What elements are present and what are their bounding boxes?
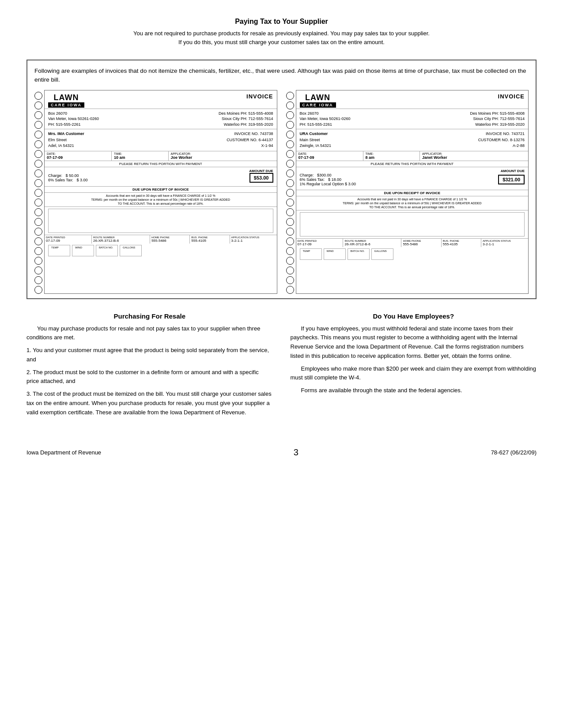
inv1-terms: Accounts that are not paid in 30 days wi… xyxy=(45,193,277,207)
inv2-footer-row: DATE PRINTED 07-17-09 ROUTE NUMBER 26-XR… xyxy=(296,238,529,247)
circle xyxy=(34,237,42,245)
circle xyxy=(34,247,42,255)
circle xyxy=(34,218,42,226)
inv1-amount-due-box: $53.00 xyxy=(249,173,273,183)
circle-col-2 xyxy=(286,90,294,294)
circle xyxy=(286,266,294,274)
circle xyxy=(34,160,42,168)
inv2-amount-due-box: $321.00 xyxy=(498,175,525,184)
invoice-card-1: LAWN CARE IOWA INVOICE Box 26070 Van Met… xyxy=(44,90,277,294)
inv1-charges: AMOUNT DUE Charge: $ 50.00 6% Sales Tax:… xyxy=(45,167,277,184)
circle xyxy=(286,208,294,216)
inv2-terms: Accounts that are not paid in 30 days wi… xyxy=(296,196,529,210)
circle xyxy=(286,228,294,236)
circle xyxy=(286,257,294,265)
inv2-due-notice: DUE UPON RECEIPT OF INVOICE xyxy=(296,190,529,196)
page-number: 3 xyxy=(294,447,299,458)
circle xyxy=(286,276,294,284)
purchasing-body: You may purchase products for resale and… xyxy=(26,324,273,417)
page-title: Paying Tax to Your Supplier xyxy=(26,18,537,26)
inv2-date-row: DATE: 07-17-09 TIME: 8 am APPLICATOR: Ja… xyxy=(296,151,529,161)
intro-text: You are not required to purchase product… xyxy=(26,29,537,46)
circle xyxy=(286,169,294,177)
inv2-company: LAWN CARE IOWA xyxy=(300,93,336,108)
circle xyxy=(286,160,294,168)
circle xyxy=(34,257,42,265)
circle-col-1 xyxy=(34,90,42,294)
inv2-address: Box 26070 Van Meter, Iowa 50261-0260 PH:… xyxy=(296,109,529,130)
employees-body: If you have employees, you must withhold… xyxy=(291,324,537,396)
footer-left: Iowa Department of Revenue xyxy=(26,449,101,456)
inv2-signature-box xyxy=(300,212,525,236)
circle xyxy=(34,286,42,294)
circle xyxy=(286,286,294,294)
purchasing-title: Purchasing For Resale xyxy=(26,312,273,320)
inv1-date-row: DATE: 07-17-09 TIME: 10 am APPLICATOR: J… xyxy=(45,151,277,161)
inv1-weather-row: TEMP WIND BATCH NO. GALLONS xyxy=(45,244,277,258)
circle xyxy=(286,111,294,119)
inv1-footer-row: DATE PRINTED 07-17-09 ROUTE NUMBER 26-XR… xyxy=(45,235,277,244)
circle xyxy=(34,189,42,197)
inv1-customer: Mrs. IMA Customer Elm Street Adel, IA 54… xyxy=(45,129,277,151)
footer-right: 78-627 (06/22/09) xyxy=(491,449,537,456)
example-box: Following are examples of invoices that … xyxy=(26,60,537,299)
circle xyxy=(286,247,294,255)
invoice-1-wrapper: LAWN CARE IOWA INVOICE Box 26070 Van Met… xyxy=(34,90,277,294)
circle xyxy=(286,121,294,129)
inv2-charges: AMOUNT DUE Charge: $300.00 6% Sales Tax:… xyxy=(296,167,529,188)
circle xyxy=(286,92,294,100)
circle xyxy=(34,199,42,206)
circle xyxy=(34,169,42,177)
circle xyxy=(34,179,42,187)
circle xyxy=(34,208,42,216)
circle xyxy=(34,131,42,139)
employees-section: Do You Have Employees? If you have emplo… xyxy=(291,312,537,421)
bottom-sections: Purchasing For Resale You may purchase p… xyxy=(26,312,537,421)
inv1-due-notice: DUE UPON RECEIPT OF INVOICE xyxy=(45,186,277,193)
purchasing-section: Purchasing For Resale You may purchase p… xyxy=(26,312,273,421)
inv1-invoice-label: INVOICE xyxy=(246,93,273,100)
employees-title: Do You Have Employees? xyxy=(291,312,537,320)
circle xyxy=(286,150,294,158)
circle xyxy=(286,101,294,109)
inv2-customer: URA Customer Main Street Zwingle, IA 543… xyxy=(296,129,529,151)
circle xyxy=(286,218,294,226)
circle xyxy=(34,140,42,148)
invoice-card-2: LAWN CARE IOWA INVOICE Box 26070 Van Met… xyxy=(296,90,529,294)
circle xyxy=(34,101,42,109)
invoice-2-wrapper: LAWN CARE IOWA INVOICE Box 26070 Van Met… xyxy=(286,90,529,294)
page-footer: Iowa Department of Revenue 3 78-627 (06/… xyxy=(26,447,537,458)
inv2-weather-row: TEMP WIND BATCH NO. GALLONS xyxy=(296,247,529,261)
inv2-invoice-label: INVOICE xyxy=(498,93,525,100)
circle xyxy=(286,189,294,197)
circle xyxy=(34,150,42,158)
circle xyxy=(286,179,294,187)
circle xyxy=(34,266,42,274)
circle xyxy=(286,131,294,139)
inv1-company: LAWN CARE IOWA xyxy=(48,93,84,108)
circle xyxy=(286,140,294,148)
circle xyxy=(34,121,42,129)
circle xyxy=(286,199,294,206)
inv1-return-notice: PLEASE RETURN THIS PORTION WITH PAYMENT xyxy=(45,161,277,167)
circle xyxy=(34,111,42,119)
inv2-return-notice: PLEASE RETURN THIS PORTION WITH PAYMENT xyxy=(296,161,529,167)
circle xyxy=(286,237,294,245)
inv1-signature-box xyxy=(48,209,273,233)
circle xyxy=(34,276,42,284)
circle xyxy=(34,92,42,100)
circle xyxy=(34,228,42,236)
example-intro: Following are examples of invoices that … xyxy=(34,67,529,85)
inv1-address: Box 26070 Van Meter, Iowa 50261-0260 PH:… xyxy=(45,109,277,130)
